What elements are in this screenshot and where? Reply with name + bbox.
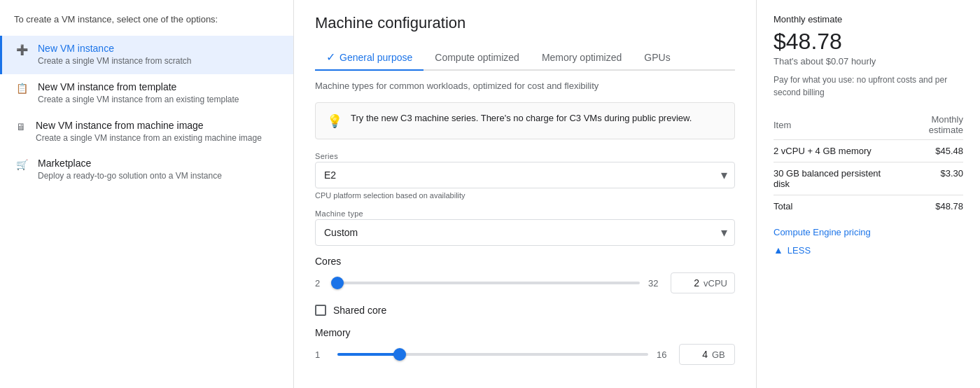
tab-memory[interactable]: Memory optimized [531,45,633,71]
main-content: Machine configuration ✓General purposeCo… [294,0,756,388]
sidebar-icon-new-vm-template: 📋 [16,83,28,94]
cores-slider-row: 2 32 vCPU [315,272,735,293]
series-field-group: Series E2 N1 N2 N2D T2D ▾ CPU platform s… [315,152,735,200]
pricing-price-0: $45.48 [896,140,963,162]
sidebar-item-desc-new-vm-image: Create a single VM instance from an exis… [36,132,262,144]
tab-label-general: General purpose [340,52,412,63]
cores-input-box: vCPU [671,272,735,293]
sidebar-item-desc-marketplace: Deploy a ready-to-go solution onto a VM … [38,170,222,182]
sidebar-item-desc-new-vm: Create a single VM instance from scratch [38,55,191,67]
memory-thumb[interactable] [393,348,406,361]
memory-input-box: GB [679,344,735,365]
series-hint: CPU platform selection based on availabi… [315,191,735,200]
sidebar-item-new-vm[interactable]: ➕ New VM instance Create a single VM ins… [0,36,293,74]
cores-label: Cores [315,256,735,267]
sidebar-icon-marketplace: 🛒 [16,159,28,170]
cores-track [337,282,640,284]
sidebar-item-new-vm-template[interactable]: 📋 New VM instance from template Create a… [0,74,293,113]
series-select[interactable]: E2 N1 N2 N2D T2D [316,162,734,188]
memory-track [337,353,648,356]
shared-core-label: Shared core [333,305,386,316]
cores-min: 2 [315,278,329,289]
less-toggle[interactable]: ▲ LESS [774,244,963,256]
page-title: Machine configuration [315,14,735,32]
sidebar-item-new-vm-image[interactable]: 🖥 New VM instance from machine image Cre… [0,113,293,151]
sidebar-item-marketplace[interactable]: 🛒 Marketplace Deploy a ready-to-go solut… [0,151,293,189]
pricing-price-1: $3.30 [896,162,963,195]
series-label: Series [315,152,735,160]
shared-core-checkbox[interactable] [315,305,326,316]
billing-note: Pay for what you use: no upfront costs a… [774,74,963,99]
right-panel: Monthly estimate $48.78 That's about $0.… [756,0,980,388]
machine-type-select-wrapper: Custom e2-micro e2-small e2-medium e2-st… [315,219,735,246]
pricing-item-1: 30 GB balanced persistent disk [774,162,896,195]
memory-input[interactable] [687,349,708,360]
total-price: $48.78 [896,195,963,218]
sidebar-item-desc-new-vm-template: Create a single VM instance from an exis… [38,94,239,106]
sidebar-icon-new-vm-image: 🖥 [16,121,26,132]
cores-track-wrapper[interactable] [337,276,640,290]
sidebar-item-title-new-vm: New VM instance [38,43,191,54]
memory-max: 16 [657,349,671,360]
pricing-row-0: 2 vCPU + 4 GB memory $45.48 [774,140,963,162]
machine-type-field-group: Machine type Custom e2-micro e2-small e2… [315,209,735,246]
memory-label: Memory [315,327,735,338]
sidebar-icon-new-vm: ➕ [16,44,28,55]
monthly-price: $48.78 [774,29,963,55]
machine-subtitle: Machine types for common workloads, opti… [315,81,735,91]
monthly-estimate-title: Monthly estimate [774,14,963,25]
tab-label-memory: Memory optimized [542,52,622,63]
cores-section: Cores 2 32 vCPU [315,256,735,293]
machine-type-select[interactable]: Custom e2-micro e2-small e2-medium e2-st… [316,220,734,245]
pricing-row-1: 30 GB balanced persistent disk $3.30 [774,162,963,195]
sidebar-item-title-marketplace: Marketplace [38,158,222,169]
pricing-table: Item Monthly estimate 2 vCPU + 4 GB memo… [774,110,963,217]
tab-label-compute: Compute optimized [435,52,519,63]
pricing-item-0: 2 vCPU + 4 GB memory [774,140,896,162]
memory-track-wrapper[interactable] [337,347,648,361]
chevron-up-icon: ▲ [774,244,783,256]
memory-fill [337,353,400,356]
tab-label-gpus: GPUs [644,52,670,63]
memory-slider-row: 1 16 GB [315,344,735,365]
sidebar: To create a VM instance, select one of t… [0,0,294,388]
series-select-wrapper: E2 N1 N2 N2D T2D ▾ [315,162,735,188]
tab-compute[interactable]: Compute optimized [424,45,531,71]
tab-general[interactable]: ✓General purpose [315,45,424,71]
tabs-container: ✓General purposeCompute optimizedMemory … [315,45,735,71]
sidebar-header: To create a VM instance, select one of t… [0,14,293,36]
tab-gpus[interactable]: GPUs [633,45,681,71]
shared-core-row[interactable]: Shared core [315,305,735,316]
memory-unit: GB [712,349,725,360]
cores-input[interactable] [678,277,699,289]
info-box-text: Try the new C3 machine series. There's n… [351,113,692,123]
less-label: LESS [788,245,811,256]
cores-max: 32 [648,278,662,289]
cores-thumb[interactable] [331,277,344,289]
info-box: 💡 Try the new C3 machine series. There's… [315,102,735,139]
compute-engine-pricing-link[interactable]: Compute Engine pricing [774,227,963,237]
lightbulb-icon: 💡 [327,113,342,129]
pricing-col-estimate: Monthly estimate [896,110,963,140]
tab-check-icon: ✓ [326,50,335,64]
hourly-price: That's about $0.07 hourly [774,56,963,67]
total-label: Total [774,195,896,218]
memory-min: 1 [315,349,329,360]
pricing-col-item: Item [774,110,896,140]
memory-section: Memory 1 16 GB [315,327,735,365]
sidebar-item-title-new-vm-template: New VM instance from template [38,81,239,92]
cores-unit: vCPU [704,278,727,289]
sidebar-item-title-new-vm-image: New VM instance from machine image [36,120,262,131]
machine-type-label: Machine type [315,209,735,218]
